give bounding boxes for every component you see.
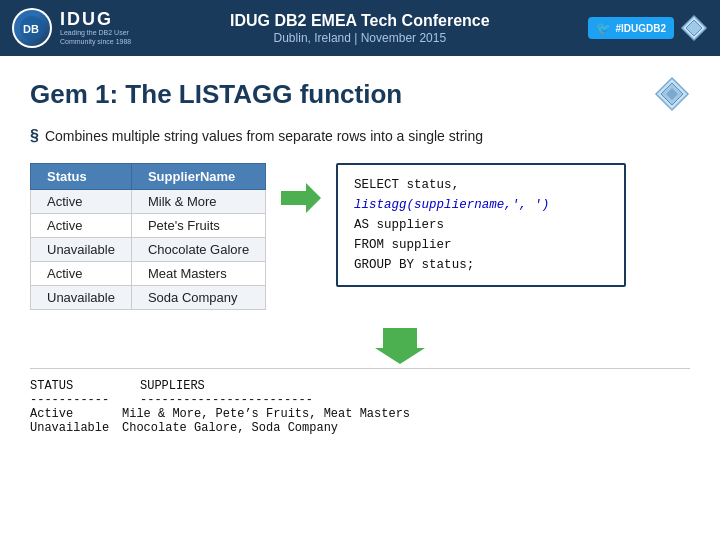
hashtag-text: #IDUGDB2: [615, 23, 666, 34]
table-cell-supplier: Soda Company: [131, 286, 265, 310]
data-table-section: Status SupplierName ActiveMilk & MoreAct…: [30, 163, 266, 310]
sql-line1: SELECT status,: [354, 175, 608, 195]
twitter-icon: 🐦: [596, 21, 611, 35]
down-arrow-icon: [375, 328, 425, 364]
logo-section: DB IDUG Leading the DB2 User Community s…: [12, 8, 131, 48]
bullet-symbol: §: [30, 127, 39, 145]
results-col1-header: STATUS: [30, 379, 110, 393]
results-row2-suppliers: Chocolate Galore, Soda Company: [122, 421, 462, 435]
down-arrow-container: [110, 328, 690, 364]
col-supplier-header: SupplierName: [131, 164, 265, 190]
bullet-text-content: Combines multiple string values from sep…: [45, 128, 483, 144]
sql-line2: listagg(suppliername,', '): [354, 195, 608, 215]
table-cell-status: Unavailable: [31, 286, 132, 310]
main-content: Gem 1: The LISTAGG function § Combines m…: [0, 56, 720, 445]
bullet-section: § Combines multiple string values from s…: [30, 128, 690, 145]
twitter-badge: 🐦 #IDUGDB2: [588, 17, 674, 39]
header-center: IDUG DB2 EMEA Tech Conference Dublin, Ir…: [131, 11, 588, 44]
supplier-table: Status SupplierName ActiveMilk & MoreAct…: [30, 163, 266, 310]
results-row2: Unavailable Chocolate Galore, Soda Compa…: [30, 421, 690, 435]
results-row2-status: Unavailable: [30, 421, 110, 435]
header-bar: DB IDUG Leading the DB2 User Community s…: [0, 0, 720, 56]
results-row1-suppliers: Mile & More, Pete’s Fruits, Meat Masters: [122, 407, 462, 421]
table-cell-supplier: Chocolate Galore: [131, 238, 265, 262]
conf-subtitle: Dublin, Ireland | November 2015: [131, 31, 588, 45]
logo-text: IDUG Leading the DB2 User Community sinc…: [60, 10, 131, 46]
diamond-icon: [680, 14, 708, 42]
table-cell-supplier: Milk & More: [131, 190, 265, 214]
results-row1-status: Active: [30, 407, 110, 421]
table-cell-status: Unavailable: [31, 238, 132, 262]
header-right: 🐦 #IDUGDB2: [588, 14, 708, 42]
page-title-row: Gem 1: The LISTAGG function: [30, 76, 690, 112]
results-row1: Active Mile & More, Pete’s Fruits, Meat …: [30, 407, 690, 421]
svg-text:DB: DB: [23, 23, 39, 35]
logo-idug-text: IDUG: [60, 10, 131, 28]
results-section: STATUS SUPPLIERS ----------- -----------…: [30, 368, 690, 435]
sql-box: SELECT status, listagg(suppliername,', '…: [336, 163, 626, 287]
results-col2-header: SUPPLIERS: [140, 379, 480, 393]
table-row: UnavailableChocolate Galore: [31, 238, 266, 262]
sql-line5: GROUP BY status;: [354, 255, 608, 275]
sql-line4: FROM supplier: [354, 235, 608, 255]
content-row: Status SupplierName ActiveMilk & MoreAct…: [30, 163, 690, 310]
results-col2-divider: ------------------------: [140, 393, 480, 407]
logo-circle: DB: [12, 8, 52, 48]
green-arrow: [276, 173, 326, 227]
conf-title: IDUG DB2 EMEA Tech Conference: [131, 11, 588, 30]
table-cell-status: Active: [31, 190, 132, 214]
table-row: UnavailableSoda Company: [31, 286, 266, 310]
table-cell-status: Active: [31, 262, 132, 286]
results-header-row: STATUS SUPPLIERS: [30, 379, 690, 393]
table-row: ActiveMilk & More: [31, 190, 266, 214]
results-col1-divider: -----------: [30, 393, 110, 407]
sql-line3: AS suppliers: [354, 215, 608, 235]
svg-marker-8: [375, 328, 425, 364]
table-row: ActivePete's Fruits: [31, 214, 266, 238]
logo-subtitle: Leading the DB2 User Community since 198…: [60, 28, 131, 46]
table-cell-supplier: Meat Masters: [131, 262, 265, 286]
table-cell-supplier: Pete's Fruits: [131, 214, 265, 238]
svg-marker-7: [281, 183, 321, 213]
title-diamond-icon: [654, 76, 690, 112]
col-status-header: Status: [31, 164, 132, 190]
logo-inner: DB: [14, 10, 50, 46]
table-row: ActiveMeat Masters: [31, 262, 266, 286]
results-divider-row: ----------- ------------------------: [30, 393, 690, 407]
page-title-text: Gem 1: The LISTAGG function: [30, 79, 402, 110]
table-cell-status: Active: [31, 214, 132, 238]
